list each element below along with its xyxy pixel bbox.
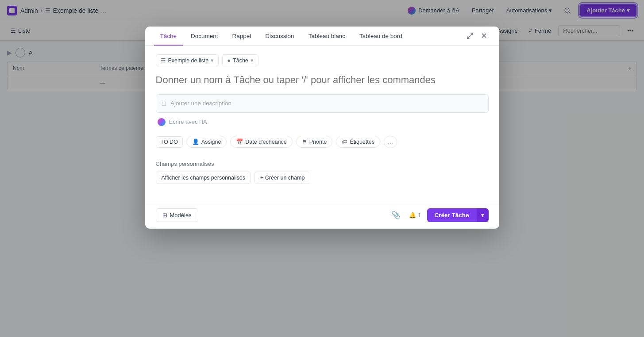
context-tache-button[interactable]: ● Tâche ▾ <box>222 54 258 66</box>
creer-tache-button[interactable]: Créer Tâche <box>427 208 476 222</box>
context-tache-label: Tâche <box>233 57 248 64</box>
context-list-label: Exemple de liste <box>168 57 209 64</box>
tab-discussion[interactable]: Discussion <box>259 27 300 46</box>
etiquettes-button[interactable]: 🏷 Étiquettes <box>336 136 380 148</box>
modal-overlay[interactable]: Tâche Document Rappel Discussion Tableau… <box>0 0 644 337</box>
context-tache-arrow: ▾ <box>251 57 254 64</box>
priorite-button[interactable]: ⚑ Priorité <box>296 136 333 148</box>
tab-tableau-blanc[interactable]: Tableau blanc <box>302 27 351 46</box>
ai-write-icon <box>158 118 166 126</box>
expand-icon <box>467 32 474 39</box>
description-area[interactable]: □ Ajouter une description <box>156 94 489 113</box>
modal-footer: ⊞ Modèles 📎 🔔 1 Créer Tâche ▾ <box>145 202 499 229</box>
tab-tableau-blanc-label: Tableau blanc <box>309 33 345 39</box>
tab-document-label: Document <box>191 33 218 39</box>
tab-rappel[interactable]: Rappel <box>226 27 258 46</box>
templates-icon: ⊞ <box>162 212 167 218</box>
ai-write-row: Écrire avec l'IA <box>156 117 489 127</box>
tab-document[interactable]: Document <box>185 27 224 46</box>
modal-context-row: ☰ Exemple de liste ▾ ● Tâche ▾ <box>156 54 489 66</box>
templates-button[interactable]: ⊞ Modèles <box>156 208 198 222</box>
description-placeholder: Ajouter une description <box>170 100 231 107</box>
date-echeance-button[interactable]: 📅 Date d'échéance <box>230 136 292 148</box>
creer-tache-arrow-button[interactable]: ▾ <box>476 208 489 222</box>
description-icon: □ <box>162 100 166 107</box>
task-title-input[interactable] <box>156 73 489 87</box>
tab-discussion-label: Discussion <box>265 33 294 39</box>
assigne-chip-label: Assigné <box>201 139 221 145</box>
close-icon: ✕ <box>481 31 487 41</box>
create-field-button[interactable]: + Créer un champ <box>255 172 310 184</box>
context-tache-icon: ● <box>227 57 231 64</box>
etiquettes-chip-label: Étiquettes <box>350 139 374 145</box>
custom-fields-section: Champs personnalisés Afficher les champs… <box>156 161 489 184</box>
creer-tache-group: Créer Tâche ▾ <box>427 208 488 222</box>
context-list-icon: ☰ <box>161 57 166 64</box>
more-actions-button[interactable]: ... <box>384 136 397 148</box>
attach-icon: 📎 <box>391 211 401 220</box>
custom-fields-row: Afficher les champs personnalisés + Crée… <box>156 172 489 184</box>
date-chip-label: Date d'échéance <box>245 139 286 145</box>
modal-expand-button[interactable] <box>464 30 476 42</box>
tab-tableau-de-bord-label: Tableau de bord <box>359 33 402 39</box>
notification-button[interactable]: 🔔 1 <box>406 210 424 220</box>
context-list-arrow: ▾ <box>211 57 214 64</box>
show-fields-button[interactable]: Afficher les champs personnalisés <box>156 172 251 184</box>
calendar-icon: 📅 <box>236 138 243 145</box>
tab-tache[interactable]: Tâche <box>154 27 183 46</box>
context-list-button[interactable]: ☰ Exemple de liste ▾ <box>156 54 219 66</box>
notif-count: 1 <box>418 212 421 218</box>
notif-icon: 🔔 <box>409 212 416 218</box>
assigne-button[interactable]: 👤 Assigné <box>186 136 227 148</box>
tab-tache-label: Tâche <box>160 33 177 39</box>
templates-label: Modèles <box>170 212 192 218</box>
ai-write-label[interactable]: Écrire avec l'IA <box>169 119 207 125</box>
modal-close-button[interactable]: ✕ <box>478 30 490 42</box>
priorite-chip-label: Priorité <box>309 139 327 145</box>
attach-button[interactable]: 📎 <box>389 208 403 222</box>
modal-tabs: Tâche Document Rappel Discussion Tableau… <box>145 27 499 46</box>
task-modal: Tâche Document Rappel Discussion Tableau… <box>145 27 499 229</box>
modal-body: ☰ Exemple de liste ▾ ● Tâche ▾ □ Ajouter… <box>145 46 499 202</box>
assigne-icon: 👤 <box>192 138 199 145</box>
tab-rappel-label: Rappel <box>232 33 251 39</box>
custom-fields-label: Champs personnalisés <box>156 161 489 167</box>
action-chips-row: TO DO 👤 Assigné 📅 Date d'échéance ⚑ Prio… <box>156 136 489 148</box>
tag-icon: 🏷 <box>342 138 347 145</box>
more-actions-icon: ... <box>388 138 393 146</box>
flag-icon: ⚑ <box>302 138 307 145</box>
todo-status-button[interactable]: TO DO <box>156 136 183 148</box>
tab-tableau-de-bord[interactable]: Tableau de bord <box>353 27 409 46</box>
